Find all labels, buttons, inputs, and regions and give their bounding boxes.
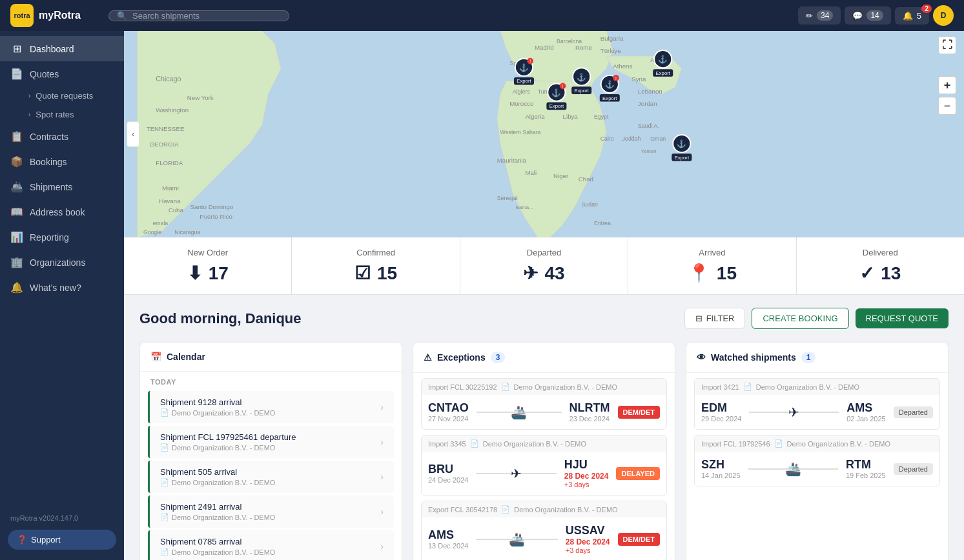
exception-meta-id-3: Export FCL 30542178 bbox=[428, 506, 497, 514]
search-bar[interactable]: 🔍 bbox=[108, 10, 289, 21]
sidebar-label-quote-requests: Quote requests bbox=[36, 91, 93, 101]
request-quote-button[interactable]: REQUEST QUOTE bbox=[856, 308, 949, 328]
status-card-delivered[interactable]: Delivered ✓ 13 bbox=[797, 237, 964, 294]
svg-text:Morocco: Morocco bbox=[509, 100, 533, 107]
calendar-item-2[interactable]: Shipment FCL 197925461 departure 📄 Demo … bbox=[148, 426, 394, 458]
svg-text:Santo Domingo: Santo Domingo bbox=[190, 203, 234, 210]
exception-meta-id-1: Import FCL 30225192 bbox=[428, 383, 497, 391]
sidebar-item-reporting[interactable]: 📊 Reporting bbox=[0, 225, 124, 250]
watched-item-2[interactable]: Import FCL 19792546 📄 Demo Organization … bbox=[694, 435, 940, 486]
ship-transport-icon-1: 🚢 bbox=[511, 405, 527, 420]
quotes-icon: 📄 bbox=[10, 68, 23, 80]
map-fullscreen-button[interactable]: ⛶ bbox=[938, 36, 956, 54]
exc-from-date-3: 13 Dec 2024 bbox=[428, 542, 468, 550]
whats-new-icon: 🔔 bbox=[10, 281, 23, 294]
exc-from-2: BRU bbox=[428, 463, 468, 476]
logo-badge: rotra bbox=[10, 4, 34, 27]
svg-text:Western Sahara: Western Sahara bbox=[500, 129, 541, 135]
messages-count: 14 bbox=[867, 10, 883, 21]
exception-item-3[interactable]: Export FCL 30542178 📄 Demo Organization … bbox=[421, 501, 667, 560]
exception-org-2: Demo Organization B.V. - DEMO bbox=[483, 440, 586, 448]
exception-item-1[interactable]: Import FCL 30225192 📄 Demo Organization … bbox=[421, 378, 667, 430]
exception-org-1: Demo Organization B.V. - DEMO bbox=[514, 383, 617, 391]
svg-text:⚓: ⚓ bbox=[551, 88, 561, 97]
sidebar-label-bookings: Bookings bbox=[30, 157, 67, 167]
watched-meta-id-2: Import FCL 19792546 bbox=[701, 440, 770, 448]
watched-from-date-1: 29 Dec 2024 bbox=[701, 415, 741, 423]
calendar-item[interactable]: Shipment 9128 arrival 📄 Demo Organizatio… bbox=[148, 391, 394, 423]
calendar-item-4[interactable]: Shipment 2491 arrival 📄 Demo Organizatio… bbox=[148, 495, 394, 528]
confirmed-label: Confirmed bbox=[356, 248, 395, 257]
svg-text:Algeria: Algeria bbox=[525, 113, 545, 120]
svg-text:Syria: Syria bbox=[631, 75, 646, 83]
sidebar-item-organizations[interactable]: 🏢 Organizations bbox=[0, 250, 124, 275]
cal-item-title-4: Shipment 2491 arrival bbox=[160, 502, 375, 512]
status-card-arrived[interactable]: Arrived 📍 15 bbox=[628, 237, 796, 294]
sidebar-item-contracts[interactable]: 📋 Contracts bbox=[0, 124, 124, 149]
svg-text:Oman: Oman bbox=[650, 135, 666, 142]
svg-text:!: ! bbox=[615, 76, 617, 81]
map-zoom-out-button[interactable]: − bbox=[938, 97, 956, 115]
create-booking-button[interactable]: CREATE BOOKING bbox=[752, 308, 848, 329]
shipments-icon: 🚢 bbox=[10, 181, 23, 193]
status-card-departed[interactable]: Departed ✈ 43 bbox=[460, 237, 628, 294]
sidebar-item-shipments[interactable]: 🚢 Shipments bbox=[0, 174, 124, 199]
svg-text:Export: Export bbox=[675, 155, 690, 161]
watched-item-1[interactable]: Import 3421 📄 Demo Organization B.V. - D… bbox=[694, 378, 940, 430]
svg-text:emala: emala bbox=[152, 220, 168, 226]
svg-text:Mali: Mali bbox=[525, 169, 537, 176]
exc-to-2: HJU bbox=[564, 458, 609, 472]
sidebar-item-whats-new[interactable]: 🔔 What's new? bbox=[0, 275, 124, 300]
sidebar-item-quote-requests[interactable]: › Quote requests bbox=[0, 86, 124, 105]
notifications-button[interactable]: 🔔 5 2 bbox=[895, 7, 929, 25]
dashboard-icon: ⊞ bbox=[10, 43, 23, 55]
sidebar-item-dashboard[interactable]: ⊞ Dashboard bbox=[0, 36, 124, 61]
calendar-item-3[interactable]: Shipment 505 arrival 📄 Demo Organization… bbox=[148, 461, 394, 493]
cal-item-title-1: Shipment 9128 arrival bbox=[160, 397, 375, 407]
tasks-button[interactable]: ✏ 34 bbox=[798, 6, 841, 25]
arrived-value: 📍 15 bbox=[688, 263, 737, 284]
svg-text:Chad: Chad bbox=[579, 175, 593, 183]
exc-badge-3: DEM/DET bbox=[618, 533, 661, 546]
doc-icon-w2: 📄 bbox=[774, 439, 783, 448]
avatar[interactable]: D bbox=[933, 5, 954, 26]
watched-to-1: AMS bbox=[846, 401, 886, 415]
calendar-item-5[interactable]: Shipment 0785 arrival 📄 Demo Organizatio… bbox=[148, 530, 394, 560]
sidebar-item-address-book[interactable]: 📖 Address book bbox=[0, 199, 124, 225]
new-order-icon: ⬇ bbox=[187, 263, 202, 284]
svg-text:Rome: Rome bbox=[575, 44, 592, 51]
contracts-icon: 📋 bbox=[10, 130, 23, 143]
svg-text:Senegal: Senegal bbox=[497, 195, 518, 201]
map-collapse-button[interactable]: ‹ bbox=[127, 121, 139, 147]
messages-button[interactable]: 💬 14 bbox=[845, 6, 890, 25]
sidebar-item-quotes[interactable]: 📄 Quotes bbox=[0, 61, 124, 86]
svg-text:Sudan: Sudan bbox=[582, 201, 598, 208]
sidebar-item-spot-rates[interactable]: › Spot rates bbox=[0, 105, 124, 124]
today-label: TODAY bbox=[140, 372, 402, 388]
search-icon: 🔍 bbox=[117, 11, 127, 21]
exc-to-date-1: 23 Dec 2024 bbox=[569, 415, 610, 423]
svg-text:Cairo: Cairo bbox=[600, 135, 614, 142]
watched-card-body: Import 3421 📄 Demo Organization B.V. - D… bbox=[686, 378, 948, 486]
doc-icon-w1: 📄 bbox=[743, 383, 752, 391]
watched-meta-id-1: Import 3421 bbox=[701, 383, 739, 391]
header: rotra myRotra 🔍 ✏ 34 💬 14 🔔 5 2 D bbox=[0, 0, 964, 31]
svg-text:Jordan: Jordan bbox=[638, 100, 657, 107]
filter-button[interactable]: ⊟ FILTER bbox=[684, 308, 746, 329]
departed-value: ✈ 43 bbox=[523, 263, 564, 284]
arrived-icon: 📍 bbox=[688, 263, 710, 284]
version-label: myRotra v2024.147.0 bbox=[0, 506, 124, 530]
dashboard-header: Good morning, Danique ⊟ FILTER CREATE BO… bbox=[139, 308, 949, 329]
svg-text:Chicago: Chicago bbox=[156, 75, 181, 83]
support-button[interactable]: ❓ Support bbox=[8, 530, 116, 550]
sidebar-label-quotes: Quotes bbox=[30, 69, 59, 79]
svg-text:Cuba: Cuba bbox=[169, 206, 184, 214]
status-card-confirmed[interactable]: Confirmed ☑ 15 bbox=[292, 237, 460, 294]
map-zoom-in-button[interactable]: + bbox=[938, 76, 956, 94]
exceptions-count: 3 bbox=[491, 352, 506, 363]
search-input[interactable] bbox=[132, 11, 281, 21]
exception-item-2[interactable]: Import 3345 📄 Demo Organization B.V. - D… bbox=[421, 435, 667, 495]
reporting-icon: 📊 bbox=[10, 231, 23, 243]
sidebar-item-bookings[interactable]: 📦 Bookings bbox=[0, 149, 124, 174]
status-card-new-order[interactable]: New Order ⬇ 17 bbox=[124, 237, 292, 294]
